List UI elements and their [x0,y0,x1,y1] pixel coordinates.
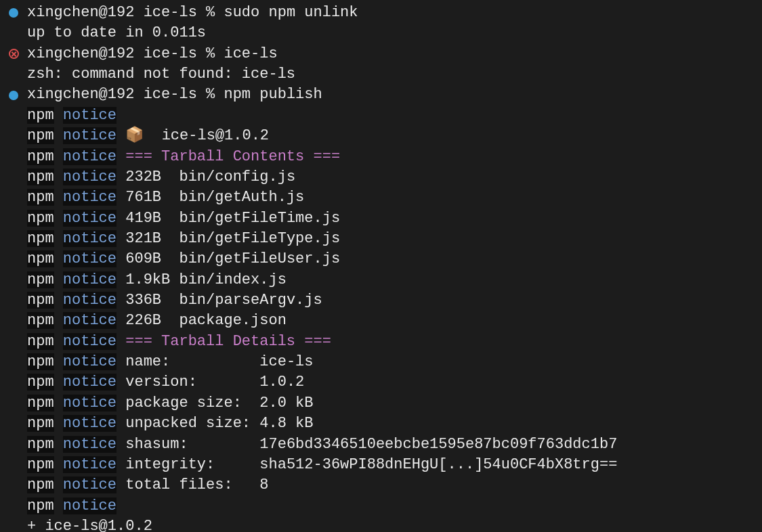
file-size: 232B [125,169,179,185]
detail-label: total files: [125,476,259,493]
package-icon: 📦 [125,127,144,144]
detail-label: package size: [125,395,259,412]
detail-label: integrity: [125,456,259,473]
npm-tag: npm [27,415,54,432]
prompt-user: xingchen@192 [27,4,144,21]
npm-tag: npm [27,456,54,473]
prompt-user: xingchen@192 [27,86,144,103]
npm-notice-tag: notice [63,436,117,453]
npm-notice-line: npm notice [0,106,762,126]
terminal-output[interactable]: xingchen@192 ice-ls % sudo npm unlinkup … [0,3,762,532]
tarball-file-line: npm notice 761B bin/getAuth.js [0,187,762,208]
tarball-file-line: npm notice 1.9kB bin/index.js [0,270,762,290]
detail-value: 17e6bd3346510eebcbe1595e87bc09f763ddc1b7 [259,436,617,453]
file-path: bin/parseArgv.js [179,292,322,309]
npm-notice-tag: notice [63,312,117,329]
npm-notice-tag: notice [63,497,117,514]
output-line: up to date in 0.011s [0,23,762,43]
npm-notice-tag: notice [63,148,117,165]
npm-tag: npm [27,476,54,493]
status-dot-ok [9,91,18,100]
tarball-contents-header: === Tarball Contents === [125,148,340,165]
npm-notice-tag: notice [63,107,117,124]
prompt-sep: % [206,4,224,21]
tarball-file-line: npm notice 226B package.json [0,311,762,331]
npm-tag: npm [27,271,54,288]
npm-package-line: npm notice 📦 ice-ls@1.0.2 [0,126,762,146]
detail-label: unpacked size: [125,415,259,432]
tarball-file-line: npm notice 419B bin/getFileTime.js [0,208,762,229]
package-name-version: ice-ls@1.0.2 [144,127,269,144]
file-size: 1.9kB [125,271,179,288]
npm-notice-tag: notice [63,395,117,412]
tarball-file-line: npm notice 232B bin/config.js [0,167,762,187]
prompt-line: xingchen@192 ice-ls % ice-ls [0,44,762,64]
npm-tag: npm [27,230,54,247]
npm-tag: npm [27,312,54,329]
npm-tag: npm [27,210,54,227]
tarball-file-line: npm notice 609B bin/getFileUser.js [0,249,762,269]
file-path: package.json [179,312,286,329]
command-text: ice-ls [224,45,277,62]
tarball-detail-line: npm notice integrity: sha512-36wPI88dnEH… [0,455,762,475]
npm-tag: npm [27,250,54,267]
npm-section-header: npm notice === Tarball Details === [0,332,762,352]
detail-label: version: [125,374,259,391]
detail-value: 2.0 kB [259,395,313,412]
tarball-detail-line: npm notice package size: 2.0 kB [0,393,762,414]
prompt-cwd: ice-ls [144,4,206,21]
output-line: zsh: command not found: ice-ls [0,64,762,85]
file-path: bin/getFileType.js [179,230,340,247]
tarball-file-line: npm notice 321B bin/getFileType.js [0,229,762,249]
npm-tag: npm [27,374,54,391]
npm-notice-line: npm notice [0,496,762,516]
npm-tag: npm [27,497,54,514]
prompt-user: xingchen@192 [27,45,144,62]
output-text: zsh: command not found: ice-ls [27,66,295,83]
detail-value: ice-ls [259,353,313,370]
detail-label: name: [125,353,259,370]
prompt-sep: % [206,86,224,103]
file-size: 336B [125,292,179,309]
detail-value: 4.8 kB [259,415,313,432]
npm-tag: npm [27,292,54,309]
file-path: bin/config.js [179,169,295,185]
tarball-detail-line: npm notice unpacked size: 4.8 kB [0,414,762,434]
npm-notice-tag: notice [63,374,117,391]
command-text: sudo npm unlink [224,4,358,21]
file-path: bin/getAuth.js [179,189,304,206]
npm-notice-tag: notice [63,415,117,432]
file-path: bin/getFileUser.js [179,250,340,267]
npm-notice-tag: notice [63,127,117,144]
file-size: 419B [125,210,179,227]
command-text: npm publish [224,86,322,103]
publish-result-line: + ice-ls@1.0.2 [0,516,762,532]
npm-notice-tag: notice [63,271,117,288]
npm-tag: npm [27,107,54,124]
prompt-sep: % [206,45,224,62]
tarball-details-header: === Tarball Details === [125,333,331,350]
file-size: 609B [125,250,179,267]
tarball-detail-line: npm notice version: 1.0.2 [0,372,762,393]
publish-result: + ice-ls@1.0.2 [27,518,152,532]
status-dot-error [9,49,19,59]
prompt-cwd: ice-ls [144,45,206,62]
npm-notice-tag: notice [63,210,117,227]
prompt-line: xingchen@192 ice-ls % npm publish [0,85,762,105]
file-size: 321B [125,230,179,247]
file-path: bin/index.js [179,271,286,288]
file-path: bin/getFileTime.js [179,210,340,227]
tarball-file-line: npm notice 336B bin/parseArgv.js [0,290,762,311]
output-text: up to date in 0.011s [27,24,206,41]
npm-tag: npm [27,353,54,370]
npm-notice-tag: notice [63,353,117,370]
tarball-detail-line: npm notice total files: 8 [0,475,762,495]
npm-notice-tag: notice [63,456,117,473]
npm-notice-tag: notice [63,333,117,350]
npm-notice-tag: notice [63,169,117,185]
detail-value: 1.0.2 [259,374,304,391]
detail-value: sha512-36wPI88dnEHgU[...]54u0CF4bX8trg== [259,456,617,473]
npm-notice-tag: notice [63,476,117,493]
npm-notice-tag: notice [63,250,117,267]
npm-tag: npm [27,169,54,185]
